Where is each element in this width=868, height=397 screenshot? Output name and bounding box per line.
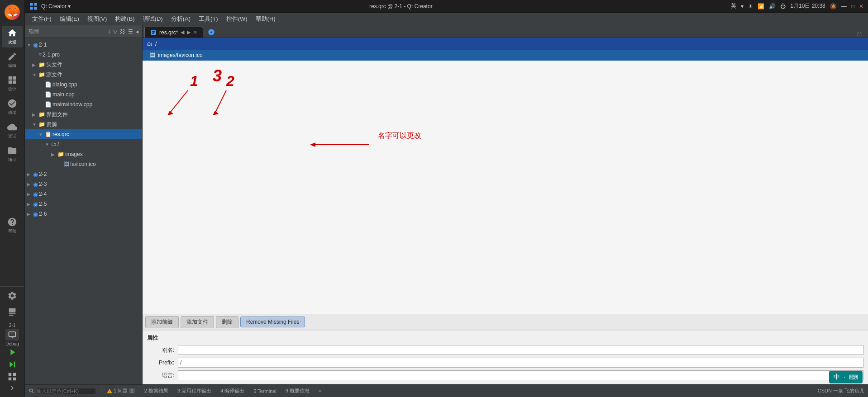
menu-build[interactable]: 构建(B)	[111, 14, 138, 24]
compile-output-label: 4 编译输出	[220, 388, 244, 394]
window-maximize[interactable]: □	[851, 3, 854, 9]
collapse-icon[interactable]: ◂	[136, 28, 138, 35]
filter-icon[interactable]: ▽	[113, 28, 117, 35]
tab-extra-btn[interactable]	[206, 27, 217, 38]
folderlist-icon[interactable]: ☰	[128, 28, 133, 35]
status-compile[interactable]: 4 编译输出	[217, 385, 248, 397]
status-app-output[interactable]: 3 应用程序输出	[174, 385, 215, 397]
expand-status-icon[interactable]	[317, 388, 323, 394]
svg-rect-13	[34, 3, 37, 5]
ime-dot: ·	[844, 373, 845, 381]
window-close[interactable]: ✕	[859, 3, 863, 9]
status-terminal[interactable]: 5 Terminal	[250, 385, 280, 397]
tree-item-slash[interactable]: ▼ 🗂 /	[25, 139, 142, 149]
menu-view[interactable]: 视图(V)	[84, 14, 110, 24]
tree-item-2-5[interactable]: ▶ ◉ 2-5	[25, 199, 142, 209]
tree-label-mainwindow-cpp: mainwindow.cpp	[52, 101, 92, 108]
status-problems[interactable]: 1 问题 2	[103, 385, 139, 397]
tree-item-source-files[interactable]: ▼ 📁 源文件	[25, 70, 142, 80]
app-output-label: 3 应用程序输出	[177, 388, 211, 394]
tree-item-2-1-pro[interactable]: ≡ 2-1.pro	[25, 50, 142, 60]
tab-forward-icon: ◀	[181, 29, 184, 35]
sidebar-icon-debug[interactable]: 调试	[2, 96, 23, 118]
grid-icon[interactable]	[7, 372, 17, 383]
sidebar-icon-design[interactable]: 设计	[2, 73, 23, 95]
alias-input[interactable]	[178, 345, 863, 355]
volume-icon[interactable]: 🔊	[769, 3, 776, 9]
tree-item-main-cpp[interactable]: 📄 main.cpp	[25, 90, 142, 99]
lang-input[interactable]	[178, 370, 863, 380]
sidebar-icon-terminal[interactable]	[2, 305, 23, 319]
alias-label: 别名:	[147, 346, 174, 354]
ime-char[interactable]: 中	[834, 373, 840, 381]
locate-input[interactable]	[37, 388, 95, 394]
tab-res-qrc[interactable]: res.qrc* ◀ ▶ ✕	[144, 27, 203, 38]
ime-keyboard-icon[interactable]: ⌨	[849, 373, 858, 381]
tree-item-2-4[interactable]: ▶ ◉ 2-4	[25, 189, 142, 199]
tree-item-2-3[interactable]: ▶ ◉ 2-3	[25, 179, 142, 189]
lang-indicator[interactable]: 英	[731, 2, 736, 10]
sidebar-icon-settings[interactable]	[2, 288, 23, 303]
tree-label-slash: /	[57, 141, 59, 147]
menu-edit[interactable]: 编辑(E)	[56, 14, 83, 24]
sidebar-icon-test[interactable]: 资试	[2, 120, 23, 142]
add-prefix-button[interactable]: 添加前缀	[145, 316, 179, 328]
tree-label-source-files: 源文件	[46, 71, 62, 79]
sidebar-label-design: 设计	[8, 86, 16, 92]
sidebar-icon-project[interactable]: 项目	[2, 143, 23, 165]
folder-icon-resources: 📁	[38, 121, 45, 128]
svg-rect-4	[9, 332, 16, 337]
menu-debug[interactable]: 调试(D)	[139, 14, 167, 24]
resource-root-icon: 🗂	[147, 41, 153, 47]
step-button[interactable]	[7, 359, 17, 371]
delete-button[interactable]: 删除	[216, 316, 238, 328]
window-minimize[interactable]: —	[841, 3, 847, 9]
problems-badge: 2	[129, 388, 135, 393]
tree-item-2-2[interactable]: ▶ ◉ 2-2	[25, 169, 142, 179]
svg-rect-7	[14, 362, 15, 368]
tree-item-ui-files[interactable]: ▶ 📁 界面文件	[25, 109, 142, 119]
menu-file[interactable]: 文件(F)	[29, 14, 55, 24]
debug-icon-monitor[interactable]	[5, 329, 19, 340]
tree-item-head-files[interactable]: ▶ 📁 头文件	[25, 60, 142, 70]
folder-icon-source: 📁	[38, 71, 45, 78]
sidebar-label-help: 帮助	[8, 228, 16, 234]
bell-icon[interactable]: 🔕	[830, 3, 837, 9]
menu-tools[interactable]: 工具(T)	[195, 14, 222, 24]
warning-icon	[107, 388, 112, 394]
add-file-button[interactable]: 添加文件	[181, 316, 214, 328]
tree-item-favicon[interactable]: 🖼 favicon.ico	[25, 159, 142, 169]
window-title: res.qrc @ 2-1 - Qt Creator	[369, 3, 433, 9]
resource-file-entry-selected[interactable]: 🖼 images/favicon.ico	[143, 50, 868, 61]
power-icon[interactable]: ⏻	[780, 3, 786, 9]
run-button[interactable]	[7, 347, 17, 359]
sidebar-icon-edit[interactable]: 编辑	[2, 49, 23, 71]
pro-file-icon: ≡	[38, 52, 42, 58]
status-overview[interactable]: 9 概要信息	[282, 385, 313, 397]
menu-controls[interactable]: 控件(W)	[223, 14, 251, 24]
sync-icon[interactable]: ↕	[108, 28, 110, 35]
editor-max-btn[interactable]	[853, 31, 866, 38]
tree-item-resources[interactable]: ▼ 📁 资源	[25, 119, 142, 129]
tree-item-images[interactable]: ▶ 📁 images	[25, 149, 142, 159]
tree-item-2-1[interactable]: ▼ ◉ 2-1	[25, 40, 142, 50]
project-panel-header: 项目 ↕ ▽ ⛓ ☰ ◂	[25, 25, 143, 38]
resource-tree-header: 🗂 /	[143, 38, 868, 50]
sidebar-icon-help[interactable]: 帮助	[2, 215, 23, 236]
sidebar-icon-firefox[interactable]: 🦊	[2, 2, 23, 22]
brightness-icon[interactable]: ☀	[748, 3, 753, 9]
status-search[interactable]: 2 搜索结果	[141, 385, 172, 397]
tree-item-2-6[interactable]: ▶ ◉ 2-6	[25, 209, 142, 219]
prefix-input[interactable]	[178, 358, 863, 368]
network-icon[interactable]: 📶	[758, 3, 764, 9]
tree-item-res-qrc[interactable]: ▼ 📋 res.qrc	[25, 129, 142, 139]
menu-help[interactable]: 帮助(H)	[252, 14, 279, 24]
expand-icon-res-qrc: ▼	[38, 132, 44, 137]
sidebar-icon-welcome[interactable]: 欢迎	[2, 26, 23, 47]
remove-missing-button[interactable]: Remove Missing Files	[240, 317, 305, 327]
tab-close-button[interactable]: ✕	[193, 29, 197, 35]
tree-item-mainwindow-cpp[interactable]: 📄 mainwindow.cpp	[25, 99, 142, 109]
tree-item-dialog-cpp[interactable]: 📄 dialog.cpp	[25, 80, 142, 90]
menu-analyze[interactable]: 分析(A)	[167, 14, 194, 24]
link-icon[interactable]: ⛓	[120, 28, 125, 35]
